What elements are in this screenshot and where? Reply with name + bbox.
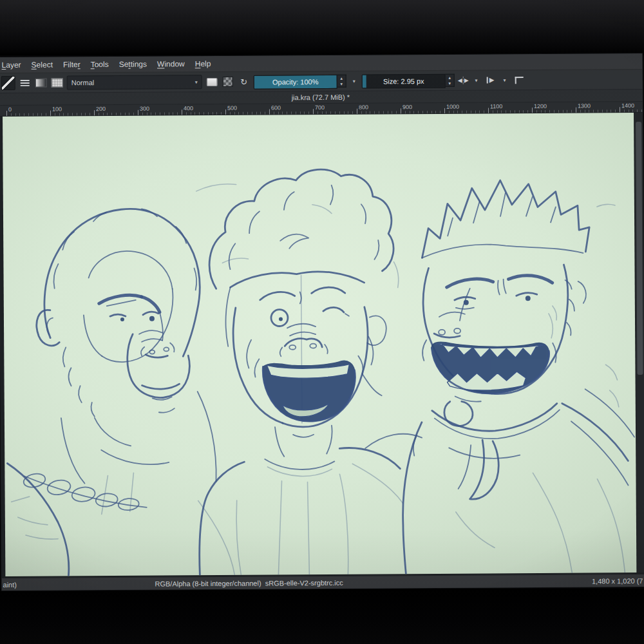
menu-window[interactable]: Window	[152, 57, 190, 70]
document-title: jia.kra (72.7 MiB) *	[292, 93, 350, 102]
spin-up-icon[interactable]: ▲	[337, 75, 346, 81]
blending-mode-dropdown[interactable]: Normal ▾	[67, 75, 202, 90]
monitor-photo: LayerSelectFilterToolsSettingsWindowHelp…	[0, 0, 644, 644]
mirror-vertical-caret[interactable]: ▾	[500, 73, 509, 86]
ruler-label: 600	[271, 104, 281, 111]
canvas-area	[0, 113, 644, 578]
ruler-label: 900	[402, 104, 412, 110]
scrollbar-thumb[interactable]	[636, 122, 643, 375]
opacity-spinbox[interactable]: ▲ ▼	[337, 75, 346, 88]
ruler-label: 400	[184, 105, 193, 111]
size-slider-fill	[363, 75, 366, 88]
menu-tools[interactable]: Tools	[86, 58, 114, 71]
opacity-value: Opacity: 100%	[272, 78, 319, 86]
menu-layer[interactable]: Layer	[0, 59, 26, 71]
mirror-vertical-icon[interactable]: ▶	[484, 73, 497, 86]
ruler-label: 100	[52, 106, 62, 112]
middle-monkey-sketch	[197, 169, 422, 575]
eraser-mode-icon[interactable]	[205, 75, 218, 88]
ruler-label: 0	[8, 106, 12, 113]
menu-filter[interactable]: Filter	[58, 58, 86, 71]
brush-preset-icon[interactable]	[1, 76, 15, 90]
size-spinbox[interactable]: ▲ ▼	[446, 74, 455, 87]
blending-mode-value: Normal	[71, 79, 95, 86]
ruler-label: 1400	[621, 102, 634, 109]
ruler-label: 200	[96, 106, 106, 112]
menu-help[interactable]: Help	[190, 57, 216, 70]
spin-down-icon[interactable]: ▼	[337, 81, 346, 87]
drawing-canvas[interactable]	[3, 113, 636, 576]
stray-sketch-marks	[196, 182, 619, 410]
menu-select[interactable]: Select	[26, 58, 58, 71]
menu-settings[interactable]: Settings	[114, 58, 153, 71]
monitor-bezel-top	[0, 0, 644, 55]
krita-window: LayerSelectFilterToolsSettingsWindowHelp…	[0, 53, 644, 591]
status-tool-hint: aint)	[3, 581, 16, 589]
gradient-icon[interactable]	[35, 77, 48, 90]
ruler-label: 1000	[446, 104, 459, 110]
status-canvas-dimensions: 1,480 x 1,020 (7	[592, 577, 643, 585]
reload-preset-icon[interactable]: ↻	[238, 75, 251, 88]
opacity-options-caret[interactable]: ▾	[350, 75, 359, 88]
ruler-label: 1200	[534, 103, 547, 109]
brush-settings-icon[interactable]	[19, 77, 32, 90]
size-slider[interactable]: Size: 2.95 px ▲ ▼	[362, 74, 455, 88]
status-color-profile: RGB/Alpha (8-bit integer/channel) sRGB-e…	[155, 579, 343, 588]
ruler-label: 700	[315, 104, 325, 111]
size-value: Size: 2.95 px	[383, 77, 424, 85]
ruler-label: 500	[227, 105, 237, 111]
opacity-slider[interactable]: Opacity: 100% ▲ ▼	[254, 75, 346, 88]
ruler-label: 1300	[578, 102, 591, 109]
mirror-horizontal-caret[interactable]: ▾	[471, 73, 480, 86]
chevron-down-icon: ▾	[195, 79, 198, 85]
pattern-icon[interactable]	[51, 76, 64, 89]
trim-canvas-icon[interactable]	[512, 73, 525, 86]
monkey-sketch	[3, 113, 636, 576]
ruler-label: 300	[140, 106, 149, 112]
spin-down-icon[interactable]: ▼	[446, 80, 454, 86]
ruler-label: 800	[359, 104, 368, 111]
monitor-bezel-bottom	[0, 589, 644, 644]
spin-up-icon[interactable]: ▲	[446, 75, 454, 80]
ruler-label: 1100	[490, 103, 502, 109]
right-monkey-sketch	[401, 180, 635, 574]
preserve-alpha-icon[interactable]	[222, 75, 234, 88]
mirror-horizontal-icon[interactable]: ◀▶	[458, 77, 469, 84]
